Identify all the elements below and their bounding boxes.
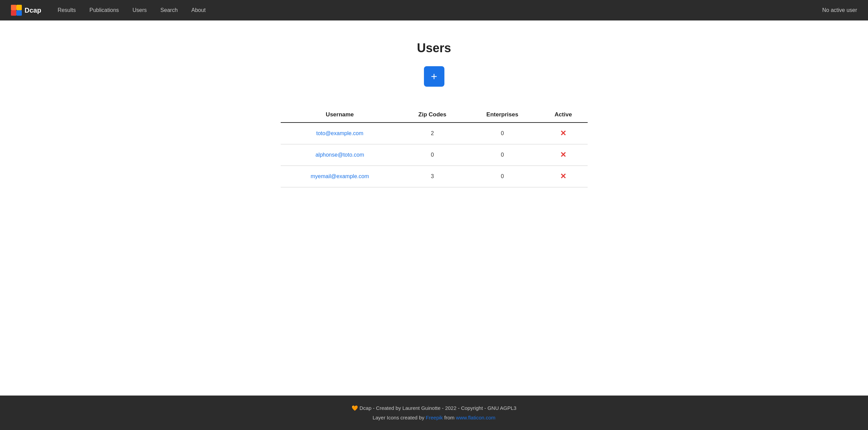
nav-results[interactable]: Results (52, 4, 81, 16)
main-content: Users + Username Zip Codes Enterprises A… (0, 20, 868, 396)
user-email-link[interactable]: myemail@example.com (311, 173, 369, 179)
cell-username: myemail@example.com (281, 166, 399, 187)
cell-enterprises: 0 (466, 166, 539, 187)
cell-enterprises: 0 (466, 123, 539, 144)
svg-rect-1 (16, 5, 22, 10)
col-zip-codes: Zip Codes (399, 107, 466, 123)
brand-link[interactable]: Dcap (11, 5, 41, 16)
table-body: toto@example.com20✕alphonse@toto.com00✕m… (281, 123, 588, 187)
users-table: Username Zip Codes Enterprises Active to… (281, 107, 588, 187)
col-enterprises: Enterprises (466, 107, 539, 123)
cell-zip-codes: 0 (399, 144, 466, 166)
table-row: myemail@example.com30✕ (281, 166, 588, 187)
nav-users[interactable]: Users (127, 4, 152, 16)
user-status: No active user (822, 7, 857, 13)
footer-from: from (444, 415, 456, 420)
navbar: Dcap Results Publications Users Search A… (0, 0, 868, 20)
col-username: Username (281, 107, 399, 123)
svg-rect-3 (16, 10, 22, 16)
brand-logo-icon (11, 5, 22, 16)
table-row: alphonse@toto.com00✕ (281, 144, 588, 166)
table-header: Username Zip Codes Enterprises Active (281, 107, 588, 123)
footer-prefix: Layer Icons created by (372, 415, 426, 420)
nav-search[interactable]: Search (155, 4, 183, 16)
inactive-icon: ✕ (560, 129, 566, 138)
add-icon: + (431, 71, 437, 82)
cell-username: alphonse@toto.com (281, 144, 399, 166)
nav-publications[interactable]: Publications (84, 4, 124, 16)
footer: 🧡 Dcap - Created by Laurent Guinotte - 2… (0, 396, 868, 430)
table-row: toto@example.com20✕ (281, 123, 588, 144)
footer-attribution: Layer Icons created by Freepik from www.… (7, 415, 861, 420)
flaticon-link[interactable]: www.flaticon.com (456, 415, 496, 420)
user-email-link[interactable]: toto@example.com (316, 130, 363, 136)
page-title: Users (417, 41, 451, 55)
cell-active: ✕ (539, 144, 587, 166)
footer-copyright: 🧡 Dcap - Created by Laurent Guinotte - 2… (7, 405, 861, 411)
nav-about[interactable]: About (186, 4, 211, 16)
user-email-link[interactable]: alphonse@toto.com (315, 152, 364, 158)
cell-username: toto@example.com (281, 123, 399, 144)
inactive-icon: ✕ (560, 172, 566, 181)
cell-enterprises: 0 (466, 144, 539, 166)
cell-zip-codes: 3 (399, 166, 466, 187)
cell-active: ✕ (539, 123, 587, 144)
col-active: Active (539, 107, 587, 123)
add-user-button[interactable]: + (424, 66, 444, 87)
cell-zip-codes: 2 (399, 123, 466, 144)
freepik-link[interactable]: Freepik (426, 415, 443, 420)
svg-rect-2 (11, 10, 16, 16)
cell-active: ✕ (539, 166, 587, 187)
navbar-left: Dcap Results Publications Users Search A… (11, 4, 211, 16)
inactive-icon: ✕ (560, 150, 566, 159)
svg-rect-0 (11, 5, 16, 10)
nav-links: Results Publications Users Search About (52, 4, 211, 16)
brand-name: Dcap (25, 6, 41, 14)
